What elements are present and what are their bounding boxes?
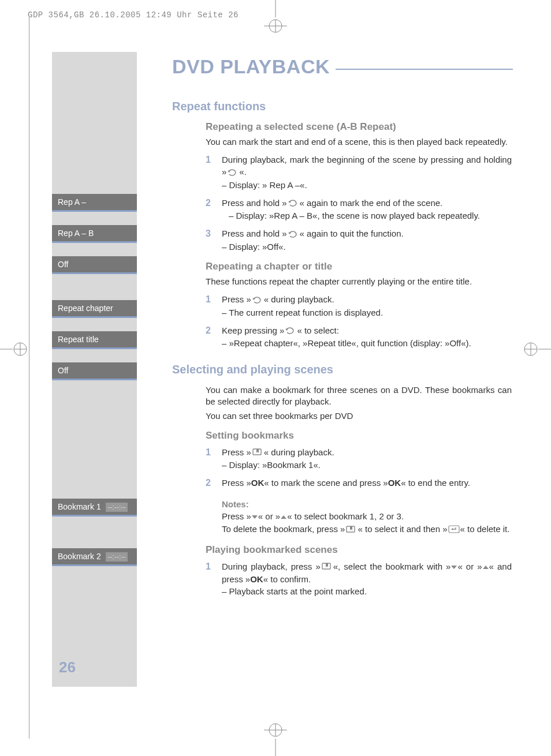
page-title-text: DVD PLAYBACK [172, 55, 330, 78]
return-icon [448, 524, 460, 536]
step-body: Keep pressing »« to select: – »Repeat ch… [222, 324, 512, 350]
down-arrow-icon [251, 511, 258, 523]
step-body: During playback, press »«, select the bo… [222, 560, 512, 598]
registration-mark-right-icon [522, 338, 551, 361]
step-number: 1 [206, 446, 214, 471]
ok-label: OK [251, 478, 265, 488]
ab-repeat-steps: 1 During playback, mark the beginning of… [206, 154, 512, 253]
notes-line-1: Press »« or »« to select bookmark 1, 2 o… [222, 510, 512, 523]
sidebar-display-repeat-chapter: Repeat chapter [52, 300, 137, 318]
sidebar-display-bookmark-2: Bookmark 2 --:--:-- [52, 548, 137, 566]
step-body: During playback, mark the beginning of t… [222, 154, 512, 191]
ct-steps: 1 Press »« during playback. – The curren… [206, 293, 512, 349]
sidebar-display-off: Off [52, 256, 137, 274]
step-number: 2 [206, 197, 214, 222]
repeat-icon [287, 229, 300, 241]
section-repeat-functions: Repeat functions [172, 100, 513, 113]
ab-repeat-intro: You can mark the start and end of a scen… [206, 136, 512, 148]
play-bookmark-steps: 1 During playback, press »«, select the … [206, 560, 512, 598]
sidebar: Rep A – Rep A – B Off Repeat chapter Rep… [52, 52, 137, 687]
repeat-icon [226, 167, 239, 179]
step-body: Press »« during playback. – The current … [222, 293, 512, 319]
step-number: 2 [206, 477, 214, 489]
scenes-intro-2: You can set three bookmarks per DVD [206, 410, 512, 422]
up-arrow-icon [482, 561, 489, 573]
ct-intro: These functions repeat the chapter curre… [206, 276, 512, 287]
registration-mark-top-icon [264, 0, 287, 35]
sidebar-display-off-2: Off [52, 362, 137, 380]
set-bookmarks-steps: 1 Press »« during playback. – Display: »… [206, 446, 512, 490]
bookmark-2-time: --:--:-- [106, 552, 128, 562]
page-edge-line [29, 17, 29, 739]
step-body: Press »« during playback. – Display: »Bo… [222, 446, 512, 471]
sidebar-display-repeat-title: Repeat title [52, 331, 137, 349]
sidebar-display-rep-a: Rep A – [52, 194, 137, 212]
bookmark-1-time: --:--:-- [106, 503, 128, 512]
registration-mark-left-icon [0, 338, 29, 361]
step-number: 3 [206, 227, 214, 253]
bookmark-icon [321, 561, 333, 573]
repeat-icon [284, 325, 297, 337]
step-number: 2 [206, 324, 214, 350]
heading-repeat-chapter-title: Repeating a chapter or title [206, 261, 512, 272]
heading-playing-bookmarked: Playing bookmarked scenes [206, 544, 512, 556]
step-number: 1 [206, 154, 214, 191]
bookmark-icon [251, 447, 264, 459]
step-number: 1 [206, 293, 214, 319]
step-body: Press and hold »« again to quit the func… [222, 227, 512, 253]
repeat-icon [287, 197, 300, 209]
heading-ab-repeat: Repeating a selected scene (A-B Repeat) [206, 121, 512, 133]
page-number: 26 [59, 658, 76, 676]
sidebar-display-rep-ab: Rep A – B [52, 225, 137, 243]
bookmark-1-label: Bookmark 1 [58, 502, 101, 511]
ok-label: OK [388, 478, 401, 488]
step-body: Press »OK« to mark the scene and press »… [222, 477, 512, 489]
repeat-icon [251, 294, 264, 306]
sidebar-display-bookmark-1: Bookmark 1 --:--:-- [52, 499, 137, 517]
page-title: DVD PLAYBACK [172, 55, 513, 78]
bookmark-2-label: Bookmark 2 [58, 552, 101, 561]
scenes-intro-1: You can make a bookmark for three scenes… [206, 384, 512, 408]
section-selecting-scenes: Selecting and playing scenes [172, 363, 513, 376]
title-rule [336, 69, 513, 70]
notes-line-2: To delete the bookmark, press »« to sele… [222, 523, 512, 536]
up-arrow-icon [280, 511, 287, 523]
notes-label: Notes: [222, 498, 512, 510]
registration-mark-bottom-icon [264, 721, 287, 756]
down-arrow-icon [451, 561, 457, 573]
content: DVD PLAYBACK Repeat functions Repeating … [172, 55, 513, 605]
ok-label: OK [250, 574, 263, 584]
print-header: GDP 3564,GB 26.10.2005 12:49 Uhr Seite 2… [28, 10, 239, 20]
heading-setting-bookmarks: Setting bookmarks [206, 430, 512, 441]
step-number: 1 [206, 560, 214, 598]
bookmark-icon [345, 524, 358, 536]
step-body: Press and hold »« again to mark the end … [222, 197, 512, 222]
